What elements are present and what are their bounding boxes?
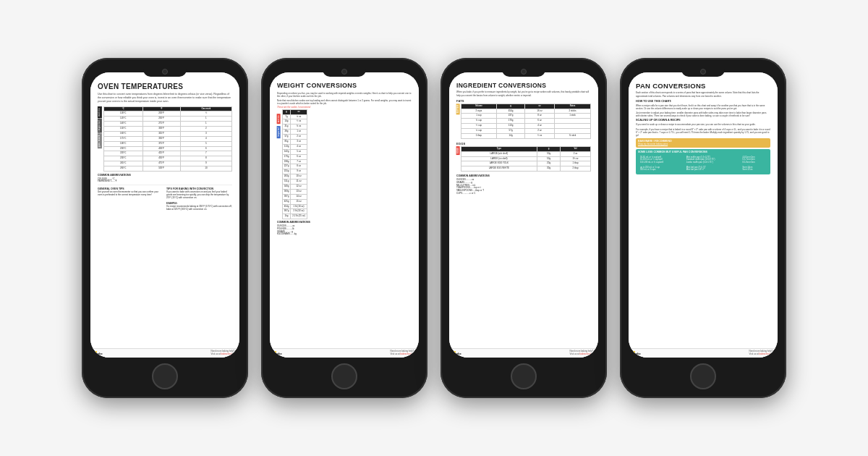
pan-scaling-title: SCALING UP OR DOWN A RECIPE [636, 119, 770, 122]
table-row: 7g¼ oz [282, 114, 307, 119]
table-row: LARGE EGG WHITE30g2 tbsp [461, 166, 590, 172]
weight-labels: metric imperial [277, 109, 281, 219]
table-row: 907g2 lb (32 oz) [282, 209, 307, 214]
table-row: 245°C475°F9 [103, 161, 231, 166]
weight-desc: Depending on where you live, you may be … [277, 92, 412, 98]
pan-scaling-text: If you need to scale up or down a recipe… [636, 123, 770, 126]
phone-camera-pan [700, 69, 706, 75]
table-row: 160°C325°F3 [103, 131, 231, 136]
table-row: 100°C200°F½ [103, 111, 231, 117]
table-row: 311g11 oz [282, 180, 307, 185]
bake-logo-b: b [93, 351, 97, 356]
ingr-abbrev-title: COMMON ABBREVIATIONS [456, 174, 591, 178]
pan-teal-box: SOME LESS COMMON BUT USEFUL PAN CONVERSI… [636, 149, 770, 175]
phone-weight: WEIGHT CONVERSIONS Depending on where yo… [261, 58, 427, 398]
pan-recommend-link[interactable]: Shop my favourite baking pans [638, 143, 768, 146]
weight-data-table: g oz 7g¼ oz 14g½ oz 21g¾ oz 28g1 oz 57g2… [282, 109, 307, 219]
phone-screen-pan: PAN CONVERSIONS Each section of this cha… [629, 72, 778, 358]
table-row: 175°C350°F4 [103, 136, 231, 141]
table-row: 397g14 oz [282, 194, 307, 199]
phone-home-btn-ingredient[interactable] [511, 363, 537, 389]
ingr-footer: b ake Need more baking help?Visit us at … [449, 348, 598, 358]
table-row: 283g10 oz [282, 174, 307, 180]
table-row: 120°C250°F1 [103, 117, 231, 122]
oven-footer: b ake Need more baking help?Visit us at … [90, 348, 239, 358]
pan-how-text: When a recipe calls for a pan size that … [636, 104, 770, 110]
bake-logo-text: ake [98, 352, 103, 355]
oven-imperial-label: imperial [98, 119, 102, 133]
weight-abbrev-kg: KILOGRAMS.......kg [277, 233, 412, 236]
fats-col-notes: Notes [555, 104, 591, 109]
phone-home-btn-oven[interactable] [152, 363, 178, 389]
table-row: up to 250 mL or 1 cup500 mL or 2 cups Mi… [639, 166, 767, 172]
weight-imperial-label: imperial [277, 126, 281, 138]
oven-header-f: °F [142, 106, 180, 111]
phone-home-btn-pan[interactable] [690, 363, 716, 389]
table-row: 190°C375°F5 [103, 141, 231, 146]
ingr-eggs-section: EGGS Type g Vol LARGE (w/o shell)50g2 oz… [456, 146, 591, 173]
weight-note: Note that most kitchen scales are top-lo… [277, 100, 412, 106]
oven-header-gas: Gas mark [180, 106, 231, 111]
weight-abbrev-box: COMMON ABBREVIATIONS OUNCES..........oz … [277, 221, 412, 236]
ingr-abbrev-cups: CUPS............c or C [456, 193, 591, 195]
table-row: 57g2 oz [282, 135, 307, 140]
fats-table: Volume g oz Notes 2 cups454g16 oz2 stick… [461, 104, 591, 139]
table-row: 260°C500°F10 [103, 166, 231, 172]
phone-screen-oven: OVEN TEMPERATURES Use this chart to conv… [90, 72, 239, 358]
table-row: 170g6 oz [282, 154, 307, 159]
bake-logo-b-4: b [631, 351, 635, 356]
fats-col-volume: Volume [461, 104, 497, 109]
table-row: 50-65 mL or ¼ cup/well10-100 mL or ½ cup… [639, 156, 767, 164]
pan-example-text: For example, if you have a recipe that i… [636, 128, 770, 138]
phone-camera-weight [341, 69, 347, 75]
pan-title: PAN CONVERSIONS [636, 83, 770, 90]
eggs-col-type: Type [461, 147, 537, 152]
eggs-label: EGGS [456, 146, 460, 155]
oven-desc: Use this chart to convert oven temperatu… [98, 93, 232, 104]
bake-logo-b-2: b [273, 351, 276, 356]
oven-tip2: TIPS FOR BAKING WITH CONVECTION If you w… [166, 187, 232, 211]
phone-oven: OVEN TEMPERATURES Use this chart to conv… [82, 58, 248, 398]
table-row: 369g13 oz [282, 189, 307, 194]
table-row: ½ cup113g4 oz [461, 124, 590, 129]
weight-abbrev-title: COMMON ABBREVIATIONS [277, 221, 412, 224]
oven-tips: GENERAL OVEN TIPS Get yourself an oven t… [98, 187, 232, 211]
oven-screen-content: OVEN TEMPERATURES Use this chart to conv… [90, 72, 239, 358]
pan-conversions-table: 50-65 mL or ¼ cup/well10-100 mL or ½ cup… [638, 154, 768, 173]
ingr-fats-section: BUTTER Volume g oz Notes 2 cups454g16 oz… [456, 104, 591, 140]
table-row: 200°C400°F6 [103, 146, 231, 151]
ingr-abbrev-box: COMMON ABBREVIATIONS OUNCES..........oz … [456, 174, 591, 195]
weight-logo: b ake [273, 351, 282, 356]
weight-footer: b ake Need more baking help?Visit us at … [270, 348, 419, 358]
phone-camera-oven [162, 69, 168, 75]
table-row: LARGE (w/o shell)50g2 oz [461, 151, 590, 156]
ingr-logo: b ake [452, 351, 461, 356]
eggs-col-g: g [537, 147, 561, 152]
phone-home-btn-weight[interactable] [331, 363, 357, 389]
oven-table-wrap: metric imperial gas mark °C °F Gas mark … [98, 106, 232, 172]
eggs-col-vol: Vol [561, 147, 591, 152]
table-row: 14g½ oz [282, 119, 307, 124]
table-row: 21g¾ oz [282, 124, 307, 130]
pan-desc: Each section of this chart corresponds t… [636, 91, 770, 97]
phone-pan: PAN CONVERSIONS Each section of this cha… [620, 58, 786, 398]
weight-table-area: metric imperial g oz 7g¼ oz 14g½ oz 21g¾… [277, 109, 412, 219]
oven-abbrev-box: COMMON ABBREVIATIONS CELSIUS.........°C … [98, 174, 232, 183]
table-row: 454g1 lb (16 oz) [282, 204, 307, 209]
oven-gas-label: gas mark [98, 133, 102, 148]
pan-logo: b ake [631, 351, 641, 356]
pan-just-remember: Just remember to adjust your baking time… [636, 111, 770, 117]
weight-metric-label: metric [277, 114, 281, 124]
eggs-table: Type g Vol LARGE (w/o shell)50g2 oz LARG… [461, 146, 591, 172]
bake-logo-text-4: ake [636, 352, 641, 355]
eggs-label-col: EGGS [456, 146, 460, 173]
bake-logo-b-3: b [452, 351, 456, 356]
table-row: 1 cup227g8 oz1 stick [461, 114, 590, 119]
fats-col-oz: oz [525, 104, 555, 109]
weight-screen-content: WEIGHT CONVERSIONS Depending on where yo… [270, 72, 419, 358]
pan-screen-content: PAN CONVERSIONS Each section of this cha… [629, 72, 778, 358]
bake-logo-text-3: ake [456, 352, 461, 355]
table-row: 340g12 oz [282, 185, 307, 190]
ingr-fats-title: FATS [456, 99, 591, 103]
bake-logo-text-2: ake [277, 352, 282, 355]
